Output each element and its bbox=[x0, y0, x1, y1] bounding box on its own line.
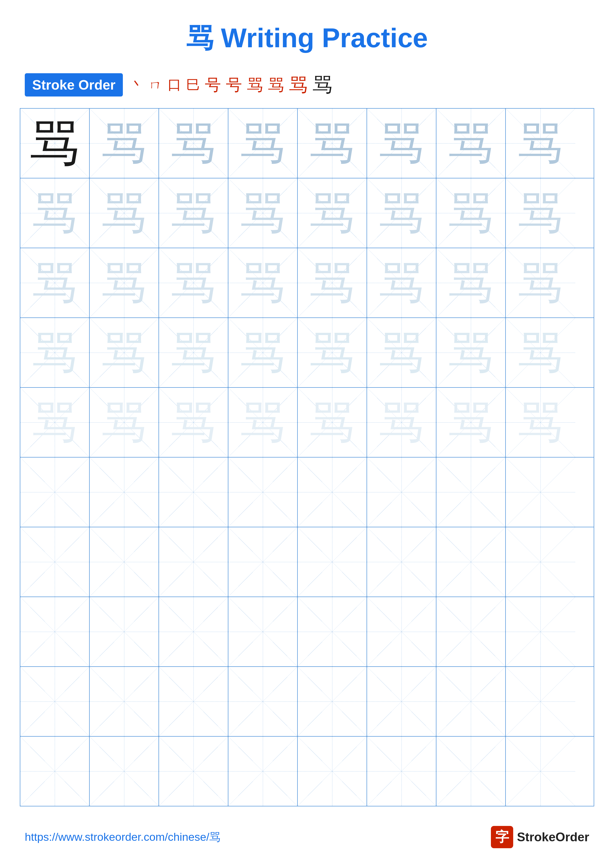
grid-cell[interactable]: 骂 bbox=[90, 388, 159, 457]
grid-cell[interactable]: 骂 bbox=[20, 318, 90, 387]
grid-cell[interactable]: 骂 bbox=[90, 318, 159, 387]
grid-cell[interactable] bbox=[229, 527, 298, 597]
grid-cell[interactable] bbox=[437, 527, 506, 597]
grid-cell[interactable] bbox=[298, 736, 367, 806]
grid-cell[interactable]: 骂 bbox=[20, 248, 90, 318]
grid-cell[interactable] bbox=[367, 667, 437, 736]
grid-cell[interactable]: 骂 bbox=[298, 388, 367, 457]
grid-cell[interactable] bbox=[506, 736, 575, 806]
stroke-10: 骂 bbox=[312, 71, 333, 98]
grid-cell[interactable]: 骂 bbox=[298, 318, 367, 387]
grid-cell[interactable]: 骂 bbox=[229, 318, 298, 387]
grid-cell[interactable] bbox=[90, 457, 159, 527]
grid-row-6 bbox=[20, 457, 594, 527]
grid-cell[interactable] bbox=[367, 597, 437, 666]
grid-cell[interactable] bbox=[20, 597, 90, 666]
practice-char: 骂 bbox=[449, 191, 493, 235]
grid-cell[interactable] bbox=[367, 527, 437, 597]
grid-cell[interactable]: 骂 bbox=[159, 318, 229, 387]
grid-cell[interactable] bbox=[90, 527, 159, 597]
grid-cell[interactable] bbox=[437, 457, 506, 527]
grid-cell[interactable] bbox=[229, 597, 298, 666]
grid-cell[interactable]: 骂 bbox=[159, 178, 229, 248]
grid-cell[interactable]: 骂 bbox=[367, 178, 437, 248]
stroke-order-badge: Stroke Order bbox=[25, 73, 123, 96]
grid-cell[interactable] bbox=[506, 667, 575, 736]
grid-cell[interactable]: 骂 bbox=[367, 108, 437, 178]
grid-cell[interactable] bbox=[90, 667, 159, 736]
grid-cell[interactable] bbox=[90, 597, 159, 666]
grid-cell[interactable]: 骂 bbox=[367, 248, 437, 318]
grid-cell[interactable] bbox=[298, 457, 367, 527]
grid-cell[interactable]: 骂 bbox=[229, 178, 298, 248]
grid-cell[interactable] bbox=[159, 597, 229, 666]
footer-url[interactable]: https://www.strokeorder.com/chinese/骂 bbox=[25, 830, 221, 845]
practice-char: 骂 bbox=[171, 121, 216, 166]
stroke-8: 骂 bbox=[268, 74, 284, 96]
grid-cell[interactable] bbox=[229, 457, 298, 527]
grid-cell[interactable]: 骂 bbox=[437, 108, 506, 178]
grid-cell[interactable] bbox=[367, 736, 437, 806]
grid-cell[interactable]: 骂 bbox=[506, 318, 575, 387]
grid-cell[interactable]: 骂 bbox=[20, 178, 90, 248]
grid-cell[interactable] bbox=[437, 667, 506, 736]
grid-cell[interactable] bbox=[20, 667, 90, 736]
grid-cell[interactable]: 骂 bbox=[298, 178, 367, 248]
grid-cell[interactable]: 骂 bbox=[298, 248, 367, 318]
grid-cell[interactable] bbox=[437, 736, 506, 806]
grid-cell[interactable] bbox=[506, 527, 575, 597]
grid-cell[interactable]: 骂 bbox=[367, 318, 437, 387]
grid-cell[interactable]: 骂 bbox=[506, 108, 575, 178]
grid-cell[interactable]: 骂 bbox=[229, 108, 298, 178]
grid-cell[interactable]: 骂 bbox=[506, 178, 575, 248]
grid-row-1: 骂 骂 骂 bbox=[20, 108, 594, 178]
grid-cell[interactable]: 骂 bbox=[20, 108, 90, 178]
grid-cell[interactable]: 骂 bbox=[159, 248, 229, 318]
grid-cell[interactable] bbox=[20, 736, 90, 806]
grid-cell[interactable] bbox=[20, 457, 90, 527]
grid-cell[interactable]: 骂 bbox=[437, 388, 506, 457]
grid-cell[interactable] bbox=[159, 667, 229, 736]
practice-char: 骂 bbox=[33, 330, 77, 375]
grid-cell[interactable] bbox=[90, 736, 159, 806]
practice-char: 骂 bbox=[449, 330, 493, 375]
grid-cell[interactable]: 骂 bbox=[437, 178, 506, 248]
practice-char: 骂 bbox=[171, 400, 216, 445]
grid-cell[interactable]: 骂 bbox=[437, 248, 506, 318]
grid-cell[interactable]: 骂 bbox=[20, 388, 90, 457]
grid-cell[interactable] bbox=[229, 736, 298, 806]
grid-cell[interactable] bbox=[159, 527, 229, 597]
practice-char: 骂 bbox=[30, 119, 79, 168]
practice-char: 骂 bbox=[102, 260, 146, 305]
grid-cell[interactable]: 骂 bbox=[159, 108, 229, 178]
grid-cell[interactable] bbox=[367, 457, 437, 527]
grid-row-8 bbox=[20, 597, 594, 667]
grid-cell[interactable]: 骂 bbox=[298, 108, 367, 178]
grid-cell[interactable]: 骂 bbox=[367, 388, 437, 457]
grid-cell[interactable]: 骂 bbox=[506, 248, 575, 318]
grid-cell[interactable]: 骂 bbox=[159, 388, 229, 457]
stroke-1: 丶 bbox=[130, 76, 144, 94]
grid-cell[interactable]: 骂 bbox=[229, 388, 298, 457]
grid-cell[interactable] bbox=[159, 736, 229, 806]
practice-grid: 骂 骂 骂 bbox=[20, 108, 594, 806]
logo-icon: 字 bbox=[491, 826, 513, 848]
grid-cell[interactable] bbox=[298, 597, 367, 666]
practice-char: 骂 bbox=[379, 260, 424, 305]
grid-cell[interactable] bbox=[229, 667, 298, 736]
grid-cell[interactable] bbox=[298, 527, 367, 597]
grid-cell[interactable]: 骂 bbox=[90, 108, 159, 178]
grid-cell[interactable]: 骂 bbox=[229, 248, 298, 318]
grid-cell[interactable]: 骂 bbox=[90, 178, 159, 248]
grid-cell[interactable]: 骂 bbox=[90, 248, 159, 318]
grid-cell[interactable]: 骂 bbox=[506, 388, 575, 457]
grid-cell[interactable] bbox=[506, 597, 575, 666]
grid-cell[interactable] bbox=[506, 457, 575, 527]
practice-char: 骂 bbox=[518, 191, 563, 235]
grid-cell[interactable]: 骂 bbox=[437, 318, 506, 387]
grid-cell[interactable] bbox=[159, 457, 229, 527]
logo-char: 字 bbox=[495, 828, 509, 846]
grid-cell[interactable] bbox=[437, 597, 506, 666]
grid-cell[interactable] bbox=[298, 667, 367, 736]
grid-cell[interactable] bbox=[20, 527, 90, 597]
